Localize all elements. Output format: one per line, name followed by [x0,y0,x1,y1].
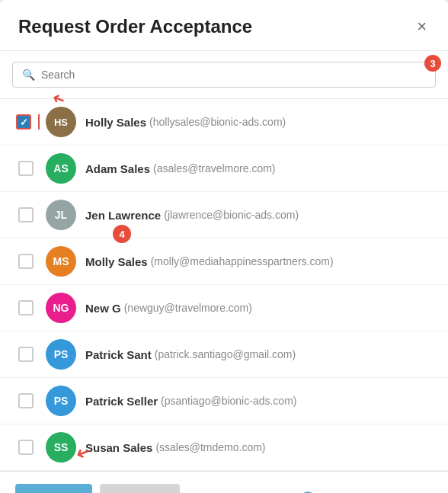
avatar-holly-sales: HS [46,107,76,137]
checkbox-susan-sales[interactable] [18,440,34,455]
contact-row-molly-sales[interactable]: MSMolly Sales(molly@mediahappinesspartne… [0,238,448,285]
checkbox-wrap-new-guy [12,300,40,315]
checkbox-patrick-sant[interactable] [18,347,34,362]
badge-4-wrapper: 4 [113,225,131,243]
search-wrapper: 🔍 3 [12,62,436,88]
checkbox-wrap-susan-sales [12,440,40,455]
close-button[interactable]: × [414,15,430,38]
contact-email-patrick-sant: (patrick.santiago@gmail.com) [155,348,296,360]
contact-name-holly-sales: Holly Sales [85,116,146,129]
contact-name-jen-lawrence: Jen Lawrence [85,209,161,222]
contact-info-molly-sales: Molly Sales(molly@mediahappinesspartners… [85,255,334,268]
checkbox-wrap-adam-sales [12,161,40,176]
contact-name-patrick-seller: Patrick Seller [85,395,158,408]
avatar-susan-sales: SS [46,432,76,463]
contact-email-new-guy: (newguy@travelmore.com) [124,302,252,314]
contact-row-new-guy[interactable]: NGNew G(newguy@travelmore.com) [0,285,448,331]
contact-row-holly-sales[interactable]: HSHolly Sales(hollysales@bionic-ads.com) [0,99,448,146]
checkbox-new-guy[interactable] [18,300,34,315]
contact-name-molly-sales: Molly Sales [85,255,148,268]
cancel-button[interactable]: Cancel [100,484,180,493]
contact-name-adam-sales: Adam Sales [85,162,150,175]
contact-name-susan-sales: Susan Sales [85,441,152,454]
checkbox-molly-sales[interactable] [18,254,34,269]
avatar-new-guy: NG [46,293,76,323]
contact-email-holly-sales: (hollysales@bionic-ads.com) [149,116,286,128]
contact-email-molly-sales: (molly@mediahappinesspartners.com) [151,255,334,267]
contact-list: HSHolly Sales(hollysales@bionic-ads.com)… [0,99,448,471]
badge-4: 4 [113,225,131,243]
contact-row-patrick-seller[interactable]: PSPatrick Seller(psantiago@bionic-ads.co… [0,378,448,424]
avatar-adam-sales: AS [46,153,76,184]
badge-3: 3 [424,55,441,72]
avatar-patrick-seller: PS [46,386,76,416]
search-input[interactable] [41,69,426,81]
contact-email-patrick-seller: (psantiago@bionic-ads.com) [161,395,296,407]
contact-row-jen-lawrence[interactable]: JLJen Lawrence(jlawrence@bionic-ads.com) [0,192,448,238]
contact-email-susan-sales: (ssales@tmdemo.com) [155,441,265,453]
checkbox-adam-sales[interactable] [18,161,34,176]
search-icon: 🔍 [22,69,35,81]
checkbox-holly-sales[interactable] [16,114,31,130]
checkbox-wrap-jen-lawrence [12,207,40,222]
checkbox-wrap-patrick-sant [12,347,40,362]
modal-title: Request Order Acceptance [18,16,252,37]
checkbox-jen-lawrence[interactable] [18,207,34,222]
contact-row-adam-sales[interactable]: ASAdam Sales(asales@travelmore.com) [0,146,448,192]
contact-row-susan-sales[interactable]: SSSusan Sales(ssales@tmdemo.com) [0,424,448,471]
checkbox-wrap-molly-sales [12,254,40,269]
contact-info-new-guy: New G(newguy@travelmore.com) [85,302,252,315]
modal-dialog: Request Order Acceptance × 🔍 3 ➜ HSHolly… [0,0,448,493]
modal-header: Request Order Acceptance × [0,0,448,51]
contact-info-holly-sales: Holly Sales(hollysales@bionic-ads.com) [85,116,286,129]
contact-info-jen-lawrence: Jen Lawrence(jlawrence@bionic-ads.com) [85,209,299,222]
contact-email-adam-sales: (asales@travelmore.com) [153,162,275,174]
contact-email-jen-lawrence: (jlawrence@bionic-ads.com) [164,209,299,221]
contact-info-patrick-seller: Patrick Seller(psantiago@bionic-ads.com) [85,395,296,408]
avatar-jen-lawrence: JL [46,200,76,230]
send-button[interactable]: Send [15,484,92,493]
contact-info-adam-sales: Adam Sales(asales@travelmore.com) [85,162,276,175]
avatar-molly-sales: MS [46,246,76,277]
checkbox-wrap-holly-sales [12,114,40,130]
checkbox-patrick-seller[interactable] [18,393,34,408]
avatar-patrick-sant: PS [46,339,76,370]
checkbox-wrap-patrick-seller [12,393,40,408]
search-area: 🔍 3 ➜ [0,51,448,99]
modal-footer: Send Cancel ? Is your contact missing? [0,471,448,493]
contact-info-susan-sales: Susan Sales(ssales@tmdemo.com) [85,441,266,454]
contact-name-new-guy: New G [85,302,121,315]
contact-info-patrick-sant: Patrick Sant(patrick.santiago@gmail.com) [85,348,296,361]
contact-name-patrick-sant: Patrick Sant [85,348,152,361]
contact-row-patrick-sant[interactable]: PSPatrick Sant(patrick.santiago@gmail.co… [0,331,448,378]
